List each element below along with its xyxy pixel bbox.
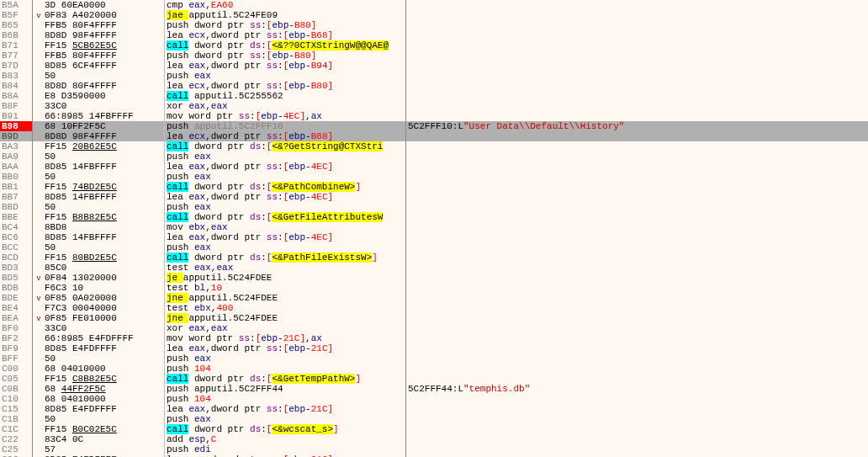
comment-cell[interactable]	[406, 131, 868, 141]
disasm-cell[interactable]: mov ebx,eax	[165, 222, 405, 232]
bytes-cell[interactable]: 0F83 A4020000	[43, 10, 164, 20]
comment-cell[interactable]	[406, 323, 868, 333]
address-cell[interactable]: BEA	[0, 313, 32, 323]
disasm-cell[interactable]: xor eax,eax	[165, 101, 405, 111]
address-cell[interactable]: B5A	[0, 0, 32, 10]
comment-cell[interactable]	[406, 81, 868, 91]
disasm-cell[interactable]: push eax	[165, 151, 405, 162]
bytes-cell[interactable]: 0F85 FE010000	[43, 313, 164, 323]
comment-cell[interactable]	[406, 444, 868, 454]
disasm-cell[interactable]: push eax	[165, 71, 405, 81]
bytes-cell[interactable]: 57	[43, 444, 164, 454]
address-cell[interactable]: C1C	[0, 424, 32, 434]
bytes-cell[interactable]: FF15 B8B82E5C	[43, 212, 164, 222]
disasm-cell[interactable]: push eax	[165, 202, 405, 212]
disasm-cell[interactable]: test ebx,400	[165, 303, 405, 313]
address-cell[interactable]: BBD	[0, 202, 32, 212]
bytes-cell[interactable]: 0F84 13020000	[43, 273, 164, 283]
address-cell[interactable]: B91	[0, 111, 32, 121]
disasm-cell[interactable]: call dword ptr ds:[<&GetTempPathW>]	[165, 374, 405, 384]
address-cell[interactable]: BA9	[0, 151, 32, 162]
bytes-cell[interactable]: 8D85 E4FDFFFF	[43, 404, 164, 414]
bytes-cell[interactable]: 8D85 E4FDFFFF	[43, 343, 164, 353]
comment-column[interactable]: 5C2FFF10:L"User Data\\Default\\History"5…	[406, 0, 868, 457]
disasm-cell[interactable]: push dword ptr ss:[ebp-B80]	[165, 50, 405, 61]
disasm-cell[interactable]: call dword ptr ds:[<&?GetString@CTXStri	[165, 141, 405, 151]
address-cell[interactable]: BCC	[0, 242, 32, 252]
bytes-column[interactable]: 3D 60EA00000F83 A4020000FFB5 80F4FFFF8D8…	[43, 0, 165, 457]
address-cell[interactable]: BB7	[0, 192, 32, 202]
comment-cell[interactable]	[406, 333, 868, 343]
address-cell[interactable]: BC4	[0, 222, 32, 232]
bytes-cell[interactable]: FF15 B0C02E5C	[43, 424, 164, 434]
disasm-cell[interactable]: call dword ptr ds:[<&PathFileExistsW>]	[165, 252, 405, 263]
bytes-cell[interactable]: 50	[43, 202, 164, 212]
address-cell[interactable]: BBE	[0, 212, 32, 222]
bytes-cell[interactable]: F6C3 10	[43, 283, 164, 293]
disasm-cell[interactable]: xor eax,eax	[165, 323, 405, 333]
address-cell[interactable]: C05	[0, 374, 32, 384]
address-cell[interactable]: B8F	[0, 101, 32, 111]
address-cell[interactable]: C10	[0, 394, 32, 404]
comment-cell[interactable]	[406, 0, 868, 10]
comment-cell[interactable]	[406, 50, 868, 61]
disasm-cell[interactable]: lea ecx,dword ptr ss:[ebp-B68]	[165, 131, 405, 141]
disasm-cell[interactable]: lea ecx,dword ptr ss:[ebp-B68]	[165, 30, 405, 40]
bytes-cell[interactable]: 50	[43, 414, 164, 424]
bytes-cell[interactable]: 85C0	[43, 263, 164, 273]
comment-cell[interactable]	[406, 101, 868, 111]
address-cell[interactable]: BFF	[0, 353, 32, 364]
address-cell[interactable]: C25	[0, 444, 32, 454]
disasm-cell[interactable]: jne apputil.5C24FDEE	[165, 293, 405, 303]
disasm-cell[interactable]: call dword ptr ds:[<&??0CTXStringW@@QAE@	[165, 40, 405, 50]
comment-cell[interactable]	[406, 313, 868, 323]
comment-cell[interactable]	[406, 394, 868, 404]
disasm-cell[interactable]: add esp,C	[165, 434, 405, 444]
bytes-cell[interactable]: 8BD8	[43, 222, 164, 232]
disasm-cell[interactable]: push apputil.5C2FFF44	[165, 384, 405, 394]
address-cell[interactable]: C22	[0, 434, 32, 444]
bytes-cell[interactable]: FF15 20B62E5C	[43, 141, 164, 151]
bytes-cell[interactable]: F7C3 00040000	[43, 303, 164, 313]
bytes-cell[interactable]: FF15 C8B82E5C	[43, 374, 164, 384]
bytes-cell[interactable]: 8D85 14FBFFFF	[43, 162, 164, 172]
address-cell[interactable]: BE4	[0, 303, 32, 313]
disasm-cell[interactable]: push edi	[165, 444, 405, 454]
disasm-cell[interactable]: push eax	[165, 172, 405, 182]
disasm-cell[interactable]: push eax	[165, 353, 405, 364]
disasm-cell[interactable]: push 104	[165, 364, 405, 374]
disasm-cell[interactable]: je apputil.5C24FDEE	[165, 273, 405, 283]
bytes-cell[interactable]: FF15 80BD2E5C	[43, 252, 164, 263]
bytes-cell[interactable]: FF15 74BD2E5C	[43, 182, 164, 192]
address-cell[interactable]: B71	[0, 40, 32, 50]
comment-cell[interactable]	[406, 91, 868, 101]
disasm-cell[interactable]: lea eax,dword ptr ss:[ebp-4EC]	[165, 232, 405, 242]
disasm-cell[interactable]: lea ecx,dword ptr ss:[ebp-B80]	[165, 81, 405, 91]
comment-cell[interactable]	[406, 252, 868, 263]
bytes-cell[interactable]: 33C0	[43, 323, 164, 333]
bytes-cell[interactable]: 50	[43, 242, 164, 252]
bytes-cell[interactable]: 68 04010000	[43, 394, 164, 404]
disasm-cell[interactable]: push eax	[165, 414, 405, 424]
comment-cell[interactable]	[406, 293, 868, 303]
disasm-cell[interactable]: jne apputil.5C24FDEE	[165, 313, 405, 323]
address-cell[interactable]: BDB	[0, 283, 32, 293]
comment-cell[interactable]	[406, 273, 868, 283]
address-cell[interactable]: B83	[0, 71, 32, 81]
bytes-cell[interactable]: 68 44FF2F5C	[43, 384, 164, 394]
comment-cell[interactable]	[406, 172, 868, 182]
comment-cell[interactable]	[406, 263, 868, 273]
address-cell[interactable]: BF2	[0, 333, 32, 343]
address-cell[interactable]: BB0	[0, 172, 32, 182]
disasm-cell[interactable]: push eax	[165, 242, 405, 252]
comment-cell[interactable]	[406, 40, 868, 50]
comment-cell[interactable]	[406, 192, 868, 202]
address-cell[interactable]: B8A	[0, 91, 32, 101]
address-cell[interactable]: B65	[0, 20, 32, 30]
disasm-cell[interactable]: test eax,eax	[165, 263, 405, 273]
comment-cell[interactable]	[406, 424, 868, 434]
address-cell[interactable]: B84	[0, 81, 32, 91]
disasm-cell[interactable]: call dword ptr ds:[<&wcscat_s>]	[165, 424, 405, 434]
address-cell[interactable]: BF9	[0, 343, 32, 353]
comment-cell[interactable]	[406, 141, 868, 151]
